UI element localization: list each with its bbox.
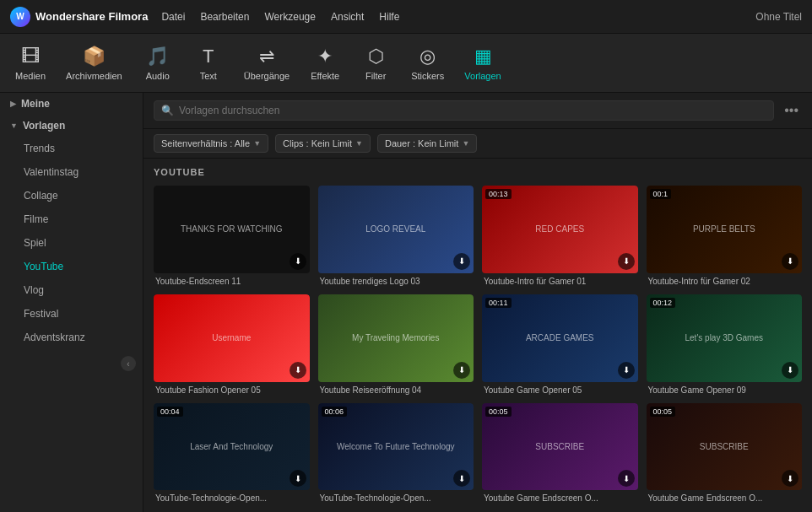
template-item-t12[interactable]: SUBSCRIBE00:05⬇Youtube Game Endscreen O.…	[647, 403, 803, 504]
duration-arrow: ▼	[462, 139, 469, 148]
clips-filter[interactable]: Clips : Kein Limit ▼	[275, 134, 371, 153]
toolbar-item-label-filter: Filter	[365, 71, 386, 81]
effekte-icon: ✦	[317, 46, 333, 67]
template-item-t5[interactable]: Username⬇Youtube Fashion Opener 05	[154, 294, 310, 395]
duration-filter[interactable]: Dauer : Kein Limit ▼	[377, 134, 477, 153]
template-download-t1[interactable]: ⬇	[290, 253, 306, 270]
aspect-ratio-filter[interactable]: Seitenverhältnis : Alle ▼	[154, 134, 268, 153]
sidebar-group-arrow-vorlagen: ▼	[10, 121, 18, 130]
clips-label: Clips : Kein Limit	[283, 138, 352, 148]
sidebar-item-youtube[interactable]: YouTube	[0, 255, 143, 278]
sidebar-group-vorlagen[interactable]: ▼Vorlagen	[0, 115, 143, 137]
template-thumb-t12: SUBSCRIBE00:05⬇	[647, 403, 803, 491]
sidebar-item-valentinstag[interactable]: Valentinstag	[0, 160, 143, 184]
section-label: YOUTUBE	[154, 167, 802, 177]
template-name-t2: Youtube trendiges Logo 03	[318, 277, 474, 286]
menu-item-hilfe[interactable]: Hilfe	[379, 11, 399, 23]
template-thumb-t2: LOGO REVEAL⬇	[318, 186, 474, 273]
template-duration-t4: 00:1	[650, 189, 672, 199]
template-thumb-t5: Username⬇	[154, 294, 310, 382]
template-download-t11[interactable]: ⬇	[618, 470, 635, 487]
template-name-t4: Youtube-Intro für Gamer 02	[647, 277, 803, 286]
template-item-t9[interactable]: Laser And Technology00:04⬇YouTube-Techno…	[154, 403, 310, 504]
menu-item-ansicht[interactable]: Ansicht	[331, 11, 364, 23]
menu-item-bearbeiten[interactable]: Bearbeiten	[200, 11, 249, 23]
sidebar-group-meine[interactable]: ▶Meine	[0, 93, 143, 115]
toolbar-item-label-medien: Medien	[15, 71, 46, 81]
toolbar-item-vorlagen[interactable]: ▦Vorlagen	[456, 40, 509, 86]
template-item-t10[interactable]: Welcome To Future Technology00:06⬇YouTub…	[318, 403, 474, 504]
toolbar-item-archivmedien[interactable]: 📦Archivmedien	[57, 40, 131, 86]
duration-label: Dauer : Kein Limit	[385, 138, 458, 148]
template-duration-t9: 00:04	[157, 407, 183, 417]
template-name-t11: Youtube Game Endscreen O...	[482, 493, 638, 503]
template-item-t2[interactable]: LOGO REVEAL⬇Youtube trendiges Logo 03	[318, 186, 474, 286]
template-item-t8[interactable]: Let's play 3D Games00:12⬇Youtube Game Op…	[647, 294, 803, 395]
template-download-t5[interactable]: ⬇	[290, 362, 306, 379]
toolbar-item-label-audio: Audio	[146, 71, 170, 81]
uebergaenge-icon: ⇌	[259, 46, 274, 67]
template-thumb-t9: Laser And Technology00:04⬇	[154, 403, 310, 491]
menu-item-werkzeuge[interactable]: Werkzeuge	[264, 11, 315, 23]
content-area: 🔍 ••• Seitenverhältnis : Alle ▼ Clips : …	[143, 93, 812, 512]
template-thumb-t3: RED CAPES00:13⬇	[482, 186, 638, 273]
aspect-ratio-label: Seitenverhältnis : Alle	[161, 138, 250, 148]
template-name-t12: Youtube Game Endscreen O...	[647, 493, 803, 503]
template-download-t4[interactable]: ⬇	[782, 253, 798, 270]
titlebar: W Wondershare Filmora DateiBearbeitenWer…	[0, 0, 812, 34]
sidebar-item-vlog[interactable]: Vlog	[0, 278, 143, 302]
toolbar-item-uebergaenge[interactable]: ⇌Übergänge	[235, 40, 298, 86]
template-download-t6[interactable]: ⬇	[453, 362, 470, 379]
template-item-t7[interactable]: ARCADE GAMES00:11⬇Youtube Game Opener 05	[482, 294, 638, 395]
template-item-t6[interactable]: My Traveling Memories⬇Youtube Reiseeröff…	[318, 294, 474, 395]
sidebar-item-collage[interactable]: Collage	[0, 184, 143, 207]
template-download-t9[interactable]: ⬇	[290, 470, 306, 487]
template-name-t10: YouTube-Technologie-Open...	[318, 493, 474, 503]
vorlagen-icon: ▦	[474, 46, 492, 67]
template-duration-t8: 00:12	[650, 298, 676, 308]
template-thumb-t10: Welcome To Future Technology00:06⬇	[318, 403, 474, 491]
toolbar-item-filter[interactable]: ⬡Filter	[352, 40, 399, 86]
toolbar-item-label-stickers: Stickers	[411, 71, 444, 81]
template-duration-t3: 00:13	[485, 189, 512, 199]
toolbar-item-audio[interactable]: 🎵Audio	[134, 40, 181, 86]
toolbar-item-stickers[interactable]: ◎Stickers	[403, 40, 452, 86]
toolbar-item-medien[interactable]: 🎞Medien	[7, 40, 54, 86]
menu-item-datei[interactable]: Datei	[161, 11, 185, 23]
template-name-t5: Youtube Fashion Opener 05	[154, 385, 310, 395]
sidebar-item-festival[interactable]: Festival	[0, 302, 143, 326]
sidebar-group-label-vorlagen: Vorlagen	[23, 120, 65, 132]
template-item-t4[interactable]: PURPLE BELTS00:1⬇Youtube-Intro für Gamer…	[647, 186, 803, 286]
template-name-t3: Youtube-Intro für Gamer 01	[482, 277, 638, 286]
template-download-t7[interactable]: ⬇	[618, 362, 635, 379]
stickers-icon: ◎	[420, 46, 436, 67]
toolbar-item-text[interactable]: TText	[185, 40, 232, 86]
filter-bar: Seitenverhältnis : Alle ▼ Clips : Kein L…	[143, 129, 812, 159]
template-thumb-content-t2: LOGO REVEAL	[318, 186, 474, 273]
search-container[interactable]: 🔍	[154, 100, 774, 121]
window-title: Ohne Titel	[755, 11, 802, 23]
toolbar-item-effekte[interactable]: ✦Effekte	[301, 40, 349, 86]
template-item-t11[interactable]: SUBSCRIBE00:05⬇Youtube Game Endscreen O.…	[482, 403, 638, 504]
template-download-t8[interactable]: ⬇	[782, 362, 798, 379]
search-input[interactable]	[179, 105, 766, 116]
logo-icon: W	[10, 7, 30, 27]
template-download-t2[interactable]: ⬇	[453, 253, 470, 270]
template-thumb-content-t5: Username	[154, 294, 310, 382]
template-duration-t7: 00:11	[485, 298, 512, 308]
template-item-t3[interactable]: RED CAPES00:13⬇Youtube-Intro für Gamer 0…	[482, 186, 638, 286]
template-download-t3[interactable]: ⬇	[618, 253, 635, 270]
template-thumb-t7: ARCADE GAMES00:11⬇	[482, 294, 638, 382]
audio-icon: 🎵	[146, 46, 169, 67]
template-thumb-t4: PURPLE BELTS00:1⬇	[647, 186, 803, 273]
sidebar-item-adventskranz[interactable]: Adventskranz	[0, 326, 143, 349]
template-thumb-t8: Let's play 3D Games00:12⬇	[647, 294, 803, 382]
sidebar-item-spiel[interactable]: Spiel	[0, 231, 143, 255]
sidebar-item-trends[interactable]: Trends	[0, 137, 143, 160]
more-button[interactable]: •••	[781, 100, 802, 121]
template-name-t1: Youtube-Endscreen 11	[154, 277, 310, 286]
template-duration-t12: 00:05	[650, 407, 676, 417]
sidebar-item-filme[interactable]: Filme	[0, 207, 143, 231]
template-item-t1[interactable]: THANKS FOR WATCHING⬇Youtube-Endscreen 11	[154, 186, 310, 286]
sidebar-collapse-button[interactable]: ‹	[121, 356, 136, 371]
